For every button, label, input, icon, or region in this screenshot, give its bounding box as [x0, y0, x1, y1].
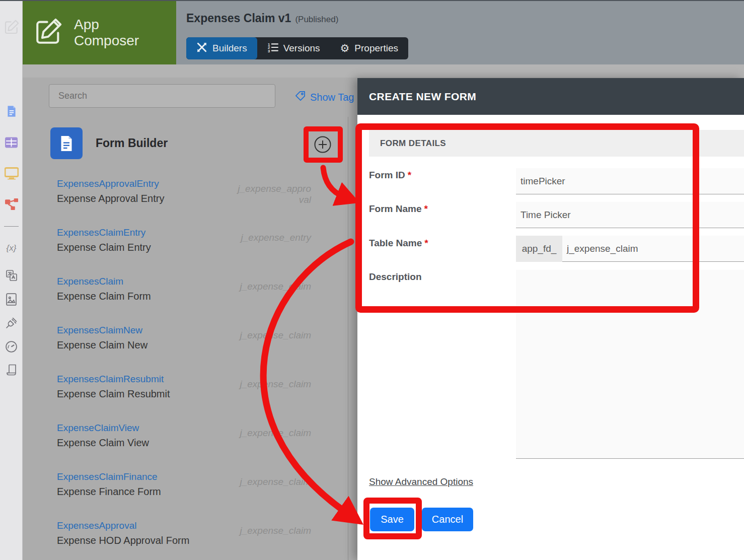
- add-form-button[interactable]: [313, 135, 332, 154]
- required-marker: *: [408, 170, 411, 180]
- form-id-link[interactable]: ExpensesApprovalEntry: [57, 178, 159, 189]
- tab-builders[interactable]: Builders: [186, 37, 257, 59]
- form-id-link[interactable]: ExpensesApproval: [57, 520, 136, 531]
- form-name-text: Expense Claim Resubmit: [57, 388, 311, 400]
- svg-text:3: 3: [268, 48, 270, 52]
- show-advanced-options-link[interactable]: Show Advanced Options: [369, 476, 473, 487]
- search-input[interactable]: [49, 84, 275, 108]
- arrow-plus-to-modal: [323, 168, 343, 196]
- form-table-tag: j_expense_approval: [235, 183, 311, 205]
- form-name-text: Expense Claim View: [57, 437, 311, 449]
- form-builder-title: Form Builder: [96, 136, 168, 150]
- top-edge: [0, 0, 744, 1]
- variables-icon[interactable]: {x}: [0, 243, 23, 253]
- show-tag-link[interactable]: Show Tag: [294, 90, 354, 104]
- userview-builder-icon[interactable]: [0, 167, 23, 180]
- create-new-form-modal: CREATE NEW FORM FORM DETAILS Form ID* ti…: [357, 78, 744, 560]
- form-table-tag: j_expense_claim: [235, 428, 311, 439]
- publish-status: (Published): [295, 15, 338, 24]
- modal-header: CREATE NEW FORM: [357, 78, 744, 115]
- left-icon-rail: {x}: [0, 0, 23, 560]
- form-table-tag: j_expense_claim: [235, 379, 311, 390]
- form-table-tag: j_expense_claim: [235, 476, 311, 487]
- list-item[interactable]: ExpensesApproval Expense HOD Approval Fo…: [57, 520, 311, 560]
- dashboard-icon[interactable]: [0, 340, 23, 353]
- form-table-tag: j_expense_claim: [235, 525, 311, 536]
- app-composer-name: App Composer: [74, 17, 139, 49]
- required-marker: *: [424, 203, 428, 214]
- tab-versions-label: Versions: [283, 43, 320, 54]
- table-prefix: app_fd_: [516, 236, 562, 262]
- panel-divider: [348, 117, 348, 560]
- localization-icon[interactable]: [0, 269, 23, 282]
- compose-icon[interactable]: [0, 19, 23, 35]
- form-id-link[interactable]: ExpensesClaim: [57, 276, 123, 287]
- app-composer-logo: App Composer: [23, 1, 176, 64]
- form-name-field[interactable]: Time Picker: [516, 202, 744, 228]
- datalist-builder-icon[interactable]: [0, 136, 23, 149]
- cancel-button[interactable]: Cancel: [422, 508, 473, 531]
- app-title-text: Expenses Claim v1: [186, 12, 291, 25]
- builders-icon: [196, 42, 207, 55]
- form-name-value: Time Picker: [520, 209, 571, 221]
- modal-title: CREATE NEW FORM: [369, 91, 476, 103]
- list-item[interactable]: ExpensesClaimEntry Expense Claim Entry j…: [57, 227, 311, 276]
- form-id-link[interactable]: ExpensesClaimEntry: [57, 227, 145, 238]
- form-table-tag: j_expense_claim: [235, 281, 311, 292]
- process-builder-icon[interactable]: [0, 198, 23, 211]
- list-item[interactable]: ExpensesClaimFinance Expense Finance For…: [57, 471, 311, 520]
- required-marker: *: [424, 238, 428, 248]
- list-item[interactable]: ExpensesApprovalEntry Expense Approval E…: [57, 178, 311, 227]
- form-id-link[interactable]: ExpenseClaimView: [57, 423, 139, 434]
- form-id-value: timePicker: [520, 176, 565, 187]
- show-tag-label: Show Tag: [310, 92, 354, 103]
- form-name-text: Expense Finance Form: [57, 486, 311, 498]
- rail-divider: [4, 226, 19, 227]
- tag-icon: [294, 90, 306, 104]
- form-table-tag: j_expense_claim: [235, 330, 311, 341]
- description-label: Description: [369, 271, 422, 283]
- form-table-tag: j_expense_entry: [235, 232, 311, 243]
- variables-glyph: {x}: [7, 243, 17, 253]
- form-builder-icon[interactable]: [0, 105, 23, 118]
- list-item[interactable]: ExpensesClaimNew Expense Claim New j_exp…: [57, 325, 311, 374]
- table-name-label: Table Name*: [369, 238, 428, 249]
- table-name-value: j_expense_claim: [567, 243, 638, 254]
- tab-properties[interactable]: ⚙ Properties: [330, 37, 408, 59]
- form-id-label: Form ID*: [369, 170, 411, 181]
- builder-tabbar: Builders 123 Versions ⚙ Properties: [186, 37, 408, 59]
- list-item[interactable]: ExpenseClaimView Expense Claim View j_ex…: [57, 423, 311, 471]
- description-field[interactable]: [516, 270, 744, 459]
- gear-icon: ⚙: [340, 43, 350, 54]
- form-details-title: FORM DETAILS: [380, 138, 446, 149]
- tab-versions[interactable]: 123 Versions: [257, 37, 330, 59]
- form-id-link[interactable]: ExpensesClaimResubmit: [57, 374, 164, 385]
- plugin-icon[interactable]: [0, 317, 23, 329]
- form-builder-icon: [50, 127, 83, 159]
- table-name-field[interactable]: app_fd_ j_expense_claim: [516, 236, 744, 262]
- form-name-label: Form Name*: [369, 203, 428, 215]
- report-icon[interactable]: [0, 293, 23, 306]
- form-list: ExpensesApprovalEntry Expense Approval E…: [57, 178, 311, 560]
- page-title: Expenses Claim v1(Published): [186, 12, 338, 25]
- form-name-text: Expense Claim Form: [57, 291, 311, 302]
- tab-properties-label: Properties: [354, 43, 398, 54]
- form-name-text: Expense HOD Approval Form: [57, 535, 311, 546]
- form-id-link[interactable]: ExpensesClaimFinance: [57, 471, 158, 482]
- compose-icon: [34, 17, 63, 48]
- form-name-text: Expense Claim Entry: [57, 242, 311, 253]
- tab-builders-label: Builders: [212, 43, 247, 54]
- form-id-link[interactable]: ExpensesClaimNew: [57, 325, 142, 336]
- versions-icon: 123: [267, 42, 278, 55]
- list-item[interactable]: ExpensesClaimResubmit Expense Claim Resu…: [57, 374, 311, 423]
- form-details-section: FORM DETAILS: [369, 130, 744, 157]
- top-strip: [23, 64, 744, 78]
- form-name-text: Expense Claim New: [57, 339, 311, 351]
- list-item[interactable]: ExpensesClaim Expense Claim Form j_expen…: [57, 276, 311, 325]
- save-button[interactable]: Save: [370, 508, 414, 531]
- log-icon[interactable]: [0, 364, 23, 376]
- plus-circle-icon: [313, 135, 332, 154]
- form-id-field[interactable]: timePicker: [516, 168, 744, 194]
